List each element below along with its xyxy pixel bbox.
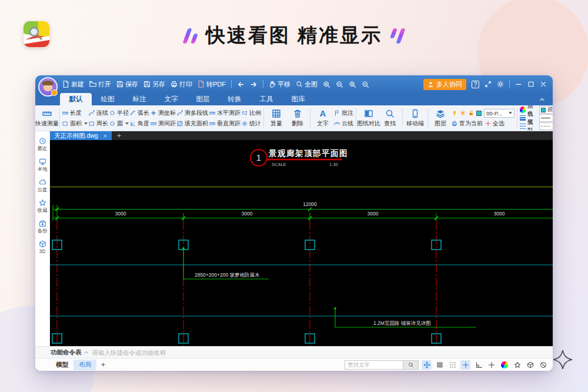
set-current-button[interactable]: 置为当前 [452,120,483,128]
fullscreen-icon[interactable] [485,81,492,88]
tab-layer[interactable]: 图层 [187,93,219,105]
area-button[interactable]: 面积 [62,119,88,127]
circle-button[interactable]: 圆 [109,119,129,127]
tab-dimension[interactable]: 标注 [123,93,155,105]
select-all-button[interactable]: 全选 [485,120,505,128]
rail-item-cloud[interactable]: 云盘 [38,178,48,194]
rail-item-backup[interactable]: 备份 [38,220,48,235]
close-tab-icon[interactable] [103,134,108,138]
background-color-toggle[interactable] [499,360,509,370]
minimize-button[interactable] [515,81,522,88]
mobile-button[interactable]: 移动端 [405,107,425,130]
command-input[interactable] [92,349,553,356]
close-button[interactable] [540,81,547,88]
dwg-drawing: 1 景观廊架顶部平面图 SCALE 1:30 12000 3000 3000 3… [50,140,553,346]
polyline-icon [177,110,183,116]
cloud-line-button[interactable]: 云线 [334,119,353,127]
add-layout-button[interactable] [96,362,110,367]
layout-tab[interactable]: 布局 [74,360,96,370]
tab-gallery[interactable]: 图库 [282,93,314,105]
drawing-canvas[interactable]: 1 景观廊架顶部平面图 SCALE 1:30 12000 3000 3000 3… [50,140,553,346]
find-button[interactable]: 查找 [380,107,400,130]
snap-grid-toggle[interactable] [447,360,457,370]
layer-color-swatch[interactable] [476,111,482,116]
save-as-button[interactable]: 另存 [143,80,165,89]
new-button[interactable]: 新建 [62,80,84,89]
collaboration-button[interactable]: 多人协同 [423,79,466,90]
layer-on-bulb-icon[interactable] [452,110,457,116]
scale-button[interactable]: 比例 [242,109,261,117]
measure-polyline-button[interactable]: 测多段线 [177,109,208,117]
tab-convert[interactable]: 转换 [219,93,250,105]
flag-icon [334,110,340,116]
layer-lock-icon[interactable] [468,110,474,116]
3d-view-toggle[interactable] [525,360,535,370]
ortho-toggle[interactable] [473,360,483,370]
angle-button[interactable]: 角度 [130,119,149,127]
undo-button[interactable] [237,81,245,88]
rail-item-favorites[interactable]: 收藏 [38,199,48,214]
user-avatar[interactable] [38,77,58,97]
help-button[interactable]: ? [472,81,479,88]
collapse-ribbon-icon[interactable] [539,96,546,103]
fill-area-button[interactable]: 填充面积 [177,119,208,127]
rail-item-local[interactable]: 本地 [38,158,48,173]
statistics-button[interactable]: 统计 [242,119,261,127]
perimeter-button[interactable]: 周长 [89,119,108,127]
rail-item-3d[interactable]: 3D [39,240,46,254]
layer-freeze-sun-icon[interactable] [460,110,466,116]
zoom-out-button[interactable] [336,81,343,88]
quick-measure-button[interactable]: 快速测量 [37,107,57,130]
continuous-button[interactable]: 连续 [89,109,108,117]
pan-mode-toggle[interactable] [422,360,432,370]
layer-button[interactable]: 图层 [430,107,450,130]
quantity-calc-button[interactable]: 算量 [266,107,286,130]
line-type-select[interactable]: 跟随图层 [539,122,553,130]
headline-quote-left-icon [185,27,196,45]
measure-coord-button[interactable]: 测坐标 [151,109,176,117]
color-select[interactable]: 跟随图层 [539,106,553,114]
radius-button[interactable]: 半径 [109,109,129,117]
file-tab-bar: 天正示例图.dwg [50,131,553,140]
file-tab[interactable]: 天正示例图.dwg [50,131,112,140]
horizontal-distance-button[interactable]: 水平测距 [209,109,240,117]
redo-button[interactable] [250,81,258,88]
crosshair-toggle[interactable] [486,360,496,370]
text-button[interactable]: A 文字 [313,107,333,130]
tab-default[interactable]: 默认 [60,93,92,105]
arc-length-button[interactable]: 弧长 [130,109,149,117]
comment-button[interactable]: 批注 [334,109,353,117]
line-width-select[interactable]: 跟随图层 [539,114,553,122]
zoom-previous-button[interactable] [362,81,369,88]
leader1-text: 2850+200+200 菠萝格防腐木 [195,272,260,278]
hide-elements-toggle[interactable] [538,360,548,370]
dimension-snap-toggle[interactable] [460,360,470,370]
model-tab[interactable]: 模型 [51,360,74,370]
favorite-toggle[interactable] [512,360,522,370]
new-tab-button[interactable] [112,131,126,140]
tab-draw[interactable]: 绘图 [92,93,123,105]
tab-text[interactable]: 文字 [155,93,187,105]
to-pdf-button[interactable]: 转PDF [198,80,226,89]
command-table-toggle[interactable]: 功能命令表 [51,348,89,357]
open-button[interactable]: 打开 [89,80,111,89]
full-view-button[interactable]: 全图 [296,80,318,89]
pan-button[interactable]: 平移 [269,80,290,89]
measure-gap-button[interactable]: 测间距 [151,119,176,127]
maximize-button[interactable] [527,81,534,88]
print-button[interactable]: 打印 [171,80,192,89]
grid-toggle[interactable] [435,360,445,370]
zoom-window-button[interactable] [349,81,356,88]
find-text-input[interactable] [345,360,403,370]
save-button[interactable]: 保存 [116,80,138,89]
tab-tool[interactable]: 工具 [250,93,282,105]
drawing-compare-button[interactable]: 图纸对比 [359,107,379,130]
delete-button[interactable]: 删除 [288,107,308,130]
vertical-distance-button[interactable]: 垂直测距 [209,119,240,127]
settings-gear-icon[interactable] [497,81,504,88]
zoom-in-button[interactable] [323,81,330,88]
find-text-button[interactable] [403,360,419,370]
length-button[interactable]: 长度 [62,109,88,117]
rail-item-recent[interactable]: 最近 [38,137,48,152]
layer-select[interactable]: 00-P... [484,109,514,118]
